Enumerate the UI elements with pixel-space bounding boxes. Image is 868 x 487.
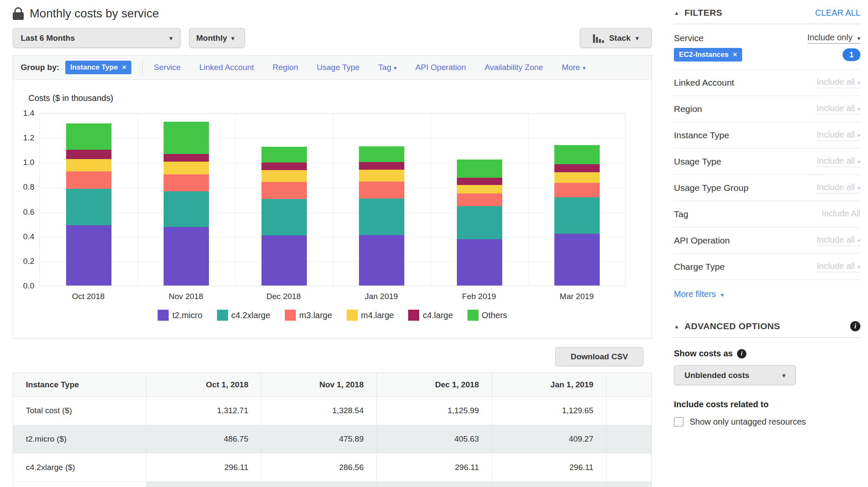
bar-segment-c4.large-Oct-2018[interactable] — [66, 150, 111, 159]
advanced-options-header: ▲ ADVANCED OPTIONS i — [674, 313, 860, 338]
bar-segment-m3.large-Feb-2019[interactable] — [457, 193, 502, 206]
bar-segment-t2.micro-Feb-2019[interactable] — [457, 239, 502, 285]
legend-label: m4.large — [361, 311, 394, 320]
bar-segment-Others-Mar-2019[interactable] — [554, 145, 600, 164]
close-icon[interactable]: × — [733, 50, 737, 59]
bar-segment-c4.large-Feb-2019[interactable] — [457, 178, 502, 185]
bar-segment-m4.large-Feb-2019[interactable] — [457, 185, 502, 193]
bar-segment-c4.2xlarge-Mar-2019[interactable] — [554, 197, 600, 234]
table-row-label: c4.2xlarge ($) — [13, 453, 147, 481]
untagged-checkbox[interactable] — [674, 417, 684, 427]
bar-segment-m4.large-Dec-2018[interactable] — [262, 170, 307, 182]
cost-type-value: Unblended costs — [684, 371, 749, 380]
legend-item-t2.micro[interactable]: t2.micro — [158, 310, 202, 321]
bar-segment-c4.large-Mar-2019[interactable] — [554, 164, 600, 172]
bar-segment-c4.2xlarge-Oct-2018[interactable] — [66, 189, 111, 225]
bar-segment-t2.micro-Jan-2019[interactable] — [359, 235, 404, 285]
time-range-dropdown[interactable]: Last 6 Months ▾ — [13, 28, 181, 48]
filter-value-dropdown[interactable]: Include all▾ — [817, 156, 860, 167]
bar-segment-c4.large-Jan-2019[interactable] — [359, 162, 404, 170]
filter-row-usage-type-group: Usage Type GroupInclude all▾ — [674, 175, 860, 201]
bar-segment-m3.large-Nov-2018[interactable] — [164, 174, 209, 192]
bar-segment-c4.large-Nov-2018[interactable] — [164, 154, 209, 162]
bar-segment-Others-Feb-2019[interactable] — [457, 160, 502, 177]
chevron-down-icon: ▾ — [857, 132, 860, 139]
chart-style-dropdown[interactable]: Stack ▾ — [580, 28, 652, 48]
cost-type-dropdown[interactable]: Unblended costs ▾ — [674, 365, 796, 385]
group-by-links: ServiceLinked AccountRegionUsage TypeTag… — [154, 63, 586, 72]
chart-legend: t2.microc4.2xlargem3.largem4.largec4.lar… — [39, 310, 626, 321]
legend-item-m3.large[interactable]: m3.large — [285, 310, 332, 321]
more-filters-link[interactable]: More filters ▾ — [674, 289, 724, 299]
bar-segment-m3.large-Jan-2019[interactable] — [359, 182, 404, 199]
filter-row-tag: TagInclude All — [674, 201, 860, 227]
bar-segment-c4.2xlarge-Feb-2019[interactable] — [457, 206, 502, 239]
filter-value-dropdown[interactable]: Include All — [822, 209, 860, 219]
group-by-link-usage-type[interactable]: Usage Type — [317, 63, 359, 72]
collapse-icon[interactable]: ▲ — [674, 10, 679, 16]
bar-segment-m4.large-Nov-2018[interactable] — [164, 162, 209, 174]
service-filter-pill[interactable]: EC2-Instances × — [674, 48, 742, 62]
filter-value-dropdown[interactable]: Include all▾ — [817, 130, 860, 141]
bar-segment-Others-Jan-2019[interactable] — [359, 146, 404, 162]
info-icon[interactable]: i — [850, 321, 860, 331]
filter-value-dropdown[interactable]: Include all▾ — [817, 235, 860, 246]
table-header-cell — [606, 373, 651, 396]
chevron-down-icon: ▾ — [394, 64, 397, 71]
collapse-icon[interactable]: ▲ — [674, 323, 679, 330]
table-cell: 296.11 — [492, 453, 606, 481]
service-mode-value: Include only — [807, 33, 853, 42]
bar-segment-t2.micro-Nov-2018[interactable] — [164, 227, 209, 285]
chevron-down-icon: ▾ — [782, 372, 785, 379]
group-by-link-region[interactable]: Region — [273, 63, 298, 72]
table-row-label — [13, 482, 147, 487]
bar-segment-m4.large-Jan-2019[interactable] — [359, 170, 404, 182]
bar-segment-t2.micro-Dec-2018[interactable] — [262, 235, 307, 285]
x-tick-label: Mar 2019 — [528, 292, 626, 301]
chevron-down-icon: ▾ — [857, 185, 860, 191]
filter-value-dropdown[interactable]: Include all▾ — [817, 77, 860, 88]
bar-segment-m3.large-Dec-2018[interactable] — [262, 182, 307, 199]
filter-value-dropdown[interactable]: Include all▾ — [817, 104, 860, 115]
legend-item-m4.large[interactable]: m4.large — [347, 310, 394, 321]
legend-swatch — [217, 310, 228, 321]
group-by-link-linked-account[interactable]: Linked Account — [199, 63, 254, 72]
group-by-link-availability-zone[interactable]: Availability Zone — [484, 63, 543, 72]
bar-segment-m3.large-Oct-2018[interactable] — [66, 171, 111, 189]
group-by-active-pill[interactable]: Instance Type × — [65, 61, 131, 74]
table-cell: 286.56 — [262, 453, 377, 481]
grid-line — [138, 114, 138, 285]
group-by-link-tag[interactable]: Tag▾ — [378, 63, 397, 72]
clear-all-link[interactable]: CLEAR ALL — [815, 8, 860, 18]
filter-value-dropdown[interactable]: Include all▾ — [817, 182, 860, 193]
close-icon[interactable]: × — [122, 63, 126, 72]
bar-segment-m4.large-Mar-2019[interactable] — [554, 172, 600, 183]
granularity-dropdown[interactable]: Monthly ▾ — [189, 28, 245, 48]
bar-segment-Others-Oct-2018[interactable] — [66, 123, 111, 150]
bar-segment-c4.2xlarge-Nov-2018[interactable] — [164, 191, 209, 227]
legend-item-c4.2xlarge[interactable]: c4.2xlarge — [217, 310, 270, 321]
service-mode-dropdown[interactable]: Include only ▾ — [807, 33, 860, 44]
bar-segment-t2.micro-Oct-2018[interactable] — [66, 225, 111, 285]
bar-segment-c4.2xlarge-Jan-2019[interactable] — [359, 199, 404, 235]
filter-row-service: Service Include only ▾ — [674, 24, 860, 48]
lock-icon — [13, 7, 24, 20]
bar-segment-c4.2xlarge-Dec-2018[interactable] — [262, 199, 307, 235]
bar-segment-Others-Nov-2018[interactable] — [164, 122, 209, 154]
bar-segment-t2.micro-Mar-2019[interactable] — [554, 234, 600, 285]
bar-segment-Others-Dec-2018[interactable] — [262, 147, 307, 163]
more-filters-label: More filters — [674, 289, 716, 299]
filter-value-dropdown[interactable]: Include all▾ — [817, 261, 860, 272]
info-icon[interactable]: i — [737, 349, 746, 358]
download-csv-button[interactable]: Download CSV — [555, 347, 643, 366]
bar-segment-m4.large-Oct-2018[interactable] — [66, 159, 111, 171]
group-by-link-service[interactable]: Service — [154, 63, 181, 72]
legend-item-Others[interactable]: Others — [467, 310, 507, 321]
table-cell: 1,312.71 — [147, 397, 262, 425]
legend-item-c4.large[interactable]: c4.large — [408, 310, 453, 321]
group-by-link-more[interactable]: More▾ — [562, 63, 585, 72]
bar-segment-c4.large-Dec-2018[interactable] — [262, 162, 307, 170]
group-by-link-api-operation[interactable]: API Operation — [415, 63, 466, 72]
show-costs-as-row: Show costs as i — [674, 349, 860, 358]
bar-segment-m3.large-Mar-2019[interactable] — [554, 183, 600, 197]
